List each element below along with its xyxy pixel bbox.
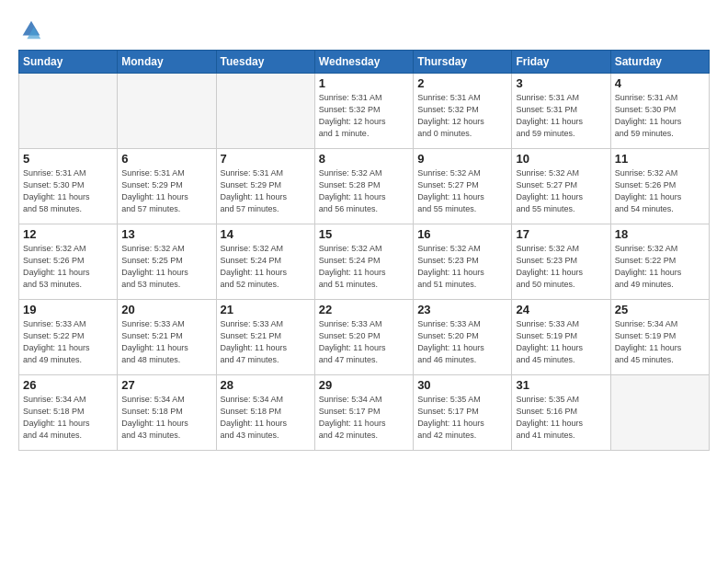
- logo: [18, 17, 48, 42]
- day-number: 23: [417, 303, 507, 316]
- day-number: 16: [417, 227, 507, 241]
- day-info: Sunrise: 5:32 AM Sunset: 5:24 PM Dayligh…: [221, 243, 311, 291]
- day-number: 29: [319, 378, 409, 392]
- header: [18, 17, 710, 42]
- week-row-2: 5Sunrise: 5:31 AM Sunset: 5:30 PM Daylig…: [19, 149, 710, 224]
- calendar-cell: 1Sunrise: 5:31 AM Sunset: 5:32 PM Daylig…: [314, 74, 413, 149]
- day-info: Sunrise: 5:31 AM Sunset: 5:32 PM Dayligh…: [319, 92, 409, 140]
- calendar-cell: 18Sunrise: 5:32 AM Sunset: 5:22 PM Dayli…: [610, 224, 709, 300]
- day-info: Sunrise: 5:33 AM Sunset: 5:21 PM Dayligh…: [121, 318, 211, 366]
- day-info: Sunrise: 5:33 AM Sunset: 5:21 PM Dayligh…: [221, 318, 311, 366]
- day-number: 13: [121, 227, 211, 241]
- calendar-cell: 13Sunrise: 5:32 AM Sunset: 5:25 PM Dayli…: [118, 224, 216, 300]
- calendar-cell: 12Sunrise: 5:32 AM Sunset: 5:26 PM Dayli…: [19, 224, 118, 300]
- day-info: Sunrise: 5:32 AM Sunset: 5:24 PM Dayligh…: [319, 243, 409, 291]
- day-number: 1: [319, 76, 409, 90]
- calendar-cell: 9Sunrise: 5:32 AM Sunset: 5:27 PM Daylig…: [414, 149, 512, 224]
- calendar-cell: 19Sunrise: 5:33 AM Sunset: 5:22 PM Dayli…: [19, 300, 118, 375]
- day-number: 10: [516, 152, 606, 166]
- weekday-wednesday: Wednesday: [314, 51, 413, 74]
- weekday-header-row: SundayMondayTuesdayWednesdayThursdayFrid…: [19, 51, 710, 74]
- day-info: Sunrise: 5:31 AM Sunset: 5:29 PM Dayligh…: [221, 167, 311, 215]
- day-number: 3: [516, 76, 606, 90]
- day-number: 7: [221, 152, 311, 166]
- calendar-cell: 30Sunrise: 5:35 AM Sunset: 5:17 PM Dayli…: [414, 375, 512, 451]
- calendar-cell: 31Sunrise: 5:35 AM Sunset: 5:16 PM Dayli…: [512, 375, 610, 451]
- day-number: 28: [221, 378, 311, 392]
- day-number: 9: [417, 152, 507, 166]
- weekday-monday: Monday: [118, 51, 216, 74]
- day-number: 18: [615, 227, 705, 241]
- calendar-cell: [118, 74, 216, 149]
- day-number: 8: [319, 152, 409, 166]
- calendar-cell: 28Sunrise: 5:34 AM Sunset: 5:18 PM Dayli…: [216, 375, 314, 451]
- day-info: Sunrise: 5:33 AM Sunset: 5:20 PM Dayligh…: [417, 318, 507, 366]
- calendar-cell: 6Sunrise: 5:31 AM Sunset: 5:29 PM Daylig…: [118, 149, 216, 224]
- day-info: Sunrise: 5:34 AM Sunset: 5:18 PM Dayligh…: [121, 394, 211, 442]
- calendar-cell: 11Sunrise: 5:32 AM Sunset: 5:26 PM Dayli…: [610, 149, 709, 224]
- calendar-cell: 7Sunrise: 5:31 AM Sunset: 5:29 PM Daylig…: [216, 149, 314, 224]
- calendar-cell: 23Sunrise: 5:33 AM Sunset: 5:20 PM Dayli…: [414, 300, 512, 375]
- calendar-cell: 24Sunrise: 5:33 AM Sunset: 5:19 PM Dayli…: [512, 300, 610, 375]
- day-info: Sunrise: 5:31 AM Sunset: 5:30 PM Dayligh…: [615, 92, 705, 140]
- day-info: Sunrise: 5:34 AM Sunset: 5:17 PM Dayligh…: [319, 394, 409, 442]
- weekday-sunday: Sunday: [19, 51, 118, 74]
- day-info: Sunrise: 5:31 AM Sunset: 5:31 PM Dayligh…: [516, 92, 606, 140]
- calendar-cell: 2Sunrise: 5:31 AM Sunset: 5:32 PM Daylig…: [414, 74, 512, 149]
- day-info: Sunrise: 5:33 AM Sunset: 5:22 PM Dayligh…: [23, 318, 113, 366]
- calendar-cell: 20Sunrise: 5:33 AM Sunset: 5:21 PM Dayli…: [118, 300, 216, 375]
- day-info: Sunrise: 5:35 AM Sunset: 5:16 PM Dayligh…: [516, 394, 606, 442]
- calendar-cell: 3Sunrise: 5:31 AM Sunset: 5:31 PM Daylig…: [512, 74, 610, 149]
- calendar-cell: [610, 375, 709, 451]
- day-info: Sunrise: 5:32 AM Sunset: 5:25 PM Dayligh…: [121, 243, 211, 291]
- calendar-cell: [19, 74, 118, 149]
- day-number: 31: [516, 378, 606, 392]
- day-info: Sunrise: 5:33 AM Sunset: 5:20 PM Dayligh…: [319, 318, 409, 366]
- calendar-cell: 17Sunrise: 5:32 AM Sunset: 5:23 PM Dayli…: [512, 224, 610, 300]
- calendar-cell: 14Sunrise: 5:32 AM Sunset: 5:24 PM Dayli…: [216, 224, 314, 300]
- day-number: 17: [516, 227, 606, 241]
- day-number: 20: [121, 303, 211, 316]
- weekday-saturday: Saturday: [610, 51, 709, 74]
- day-number: 21: [221, 303, 311, 316]
- week-row-4: 19Sunrise: 5:33 AM Sunset: 5:22 PM Dayli…: [19, 300, 710, 375]
- weekday-tuesday: Tuesday: [216, 51, 314, 74]
- calendar-cell: 15Sunrise: 5:32 AM Sunset: 5:24 PM Dayli…: [314, 224, 413, 300]
- day-number: 27: [121, 378, 211, 392]
- day-number: 22: [319, 303, 409, 316]
- day-number: 15: [319, 227, 409, 241]
- day-info: Sunrise: 5:31 AM Sunset: 5:32 PM Dayligh…: [417, 92, 507, 140]
- calendar-cell: 4Sunrise: 5:31 AM Sunset: 5:30 PM Daylig…: [610, 74, 709, 149]
- calendar-cell: 29Sunrise: 5:34 AM Sunset: 5:17 PM Dayli…: [314, 375, 413, 451]
- day-number: 19: [23, 303, 113, 316]
- weekday-friday: Friday: [512, 51, 610, 74]
- day-info: Sunrise: 5:33 AM Sunset: 5:19 PM Dayligh…: [516, 318, 606, 366]
- day-info: Sunrise: 5:34 AM Sunset: 5:18 PM Dayligh…: [23, 394, 113, 442]
- week-row-3: 12Sunrise: 5:32 AM Sunset: 5:26 PM Dayli…: [19, 224, 710, 300]
- day-number: 12: [23, 227, 113, 241]
- day-number: 6: [121, 152, 211, 166]
- page: SundayMondayTuesdayWednesdayThursdayFrid…: [0, 0, 728, 563]
- day-info: Sunrise: 5:34 AM Sunset: 5:18 PM Dayligh…: [221, 394, 311, 442]
- day-info: Sunrise: 5:31 AM Sunset: 5:29 PM Dayligh…: [121, 167, 211, 215]
- calendar-cell: 8Sunrise: 5:32 AM Sunset: 5:28 PM Daylig…: [314, 149, 413, 224]
- day-number: 2: [417, 76, 507, 90]
- day-info: Sunrise: 5:32 AM Sunset: 5:23 PM Dayligh…: [516, 243, 606, 291]
- day-info: Sunrise: 5:34 AM Sunset: 5:19 PM Dayligh…: [615, 318, 705, 366]
- day-number: 11: [615, 152, 705, 166]
- day-info: Sunrise: 5:32 AM Sunset: 5:27 PM Dayligh…: [516, 167, 606, 215]
- calendar-cell: 10Sunrise: 5:32 AM Sunset: 5:27 PM Dayli…: [512, 149, 610, 224]
- calendar-cell: 27Sunrise: 5:34 AM Sunset: 5:18 PM Dayli…: [118, 375, 216, 451]
- calendar-cell: 22Sunrise: 5:33 AM Sunset: 5:20 PM Dayli…: [314, 300, 413, 375]
- day-info: Sunrise: 5:32 AM Sunset: 5:22 PM Dayligh…: [615, 243, 705, 291]
- calendar-cell: 16Sunrise: 5:32 AM Sunset: 5:23 PM Dayli…: [414, 224, 512, 300]
- day-info: Sunrise: 5:32 AM Sunset: 5:23 PM Dayligh…: [417, 243, 507, 291]
- calendar-cell: 25Sunrise: 5:34 AM Sunset: 5:19 PM Dayli…: [610, 300, 709, 375]
- calendar-table: SundayMondayTuesdayWednesdayThursdayFrid…: [18, 50, 710, 451]
- day-number: 14: [221, 227, 311, 241]
- day-info: Sunrise: 5:35 AM Sunset: 5:17 PM Dayligh…: [417, 394, 507, 442]
- day-number: 5: [23, 152, 113, 166]
- logo-icon: [18, 17, 44, 42]
- day-info: Sunrise: 5:32 AM Sunset: 5:26 PM Dayligh…: [23, 243, 113, 291]
- day-number: 25: [615, 303, 705, 316]
